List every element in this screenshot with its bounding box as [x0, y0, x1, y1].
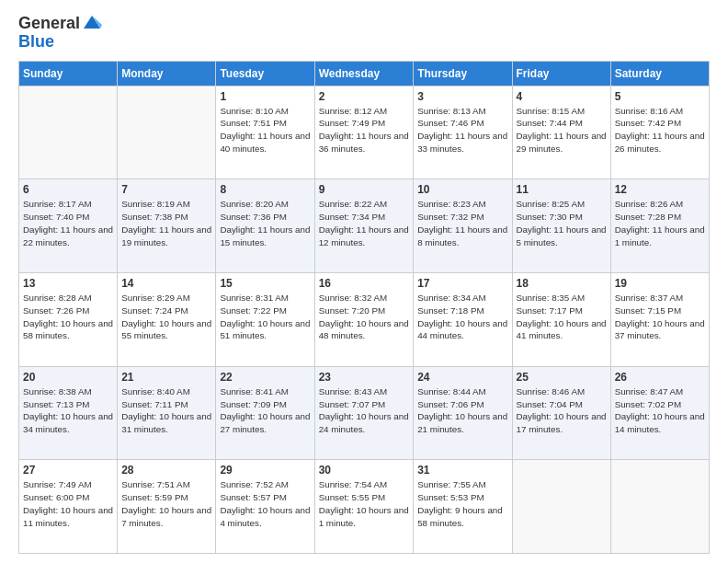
- weekday-header-sunday: Sunday: [19, 61, 118, 86]
- weekday-header-row: SundayMondayTuesdayWednesdayThursdayFrid…: [19, 61, 710, 86]
- day-number: 30: [319, 463, 410, 477]
- calendar-cell: [610, 460, 709, 554]
- calendar-cell: [19, 86, 118, 179]
- day-detail: Sunrise: 8:41 AMSunset: 7:09 PMDaylight:…: [220, 385, 310, 436]
- calendar-cell: 6Sunrise: 8:17 AMSunset: 7:40 PMDaylight…: [19, 179, 118, 273]
- day-detail: Sunrise: 8:29 AMSunset: 7:24 PMDaylight:…: [121, 292, 211, 342]
- day-detail: Sunrise: 8:38 AMSunset: 7:13 PMDaylight:…: [23, 385, 113, 436]
- calendar-cell: 27Sunrise: 7:49 AMSunset: 6:00 PMDayligh…: [19, 460, 118, 554]
- logo-blue-text: Blue: [18, 32, 54, 51]
- calendar-cell: 19Sunrise: 8:37 AMSunset: 7:15 PMDayligh…: [610, 272, 709, 366]
- day-number: 15: [220, 276, 310, 291]
- day-detail: Sunrise: 8:23 AMSunset: 7:32 PMDaylight:…: [417, 198, 507, 248]
- calendar-cell: 10Sunrise: 8:23 AMSunset: 7:32 PMDayligh…: [414, 179, 512, 273]
- day-detail: Sunrise: 7:51 AMSunset: 5:59 PMDaylight:…: [121, 478, 211, 529]
- day-number: 20: [23, 370, 113, 385]
- day-detail: Sunrise: 8:16 AMSunset: 7:42 PMDaylight:…: [615, 105, 705, 155]
- calendar-cell: [512, 460, 610, 554]
- calendar-week-2: 6Sunrise: 8:17 AMSunset: 7:40 PMDaylight…: [19, 179, 710, 273]
- logo-icon: [82, 12, 102, 32]
- day-number: 8: [220, 182, 310, 197]
- day-number: 24: [417, 370, 507, 385]
- calendar-cell: 17Sunrise: 8:34 AMSunset: 7:18 PMDayligh…: [414, 272, 512, 366]
- day-number: 21: [121, 370, 211, 385]
- calendar-week-1: 1Sunrise: 8:10 AMSunset: 7:51 PMDaylight…: [19, 86, 710, 179]
- calendar-cell: 26Sunrise: 8:47 AMSunset: 7:02 PMDayligh…: [610, 366, 709, 460]
- day-detail: Sunrise: 8:28 AMSunset: 7:26 PMDaylight:…: [23, 292, 113, 342]
- day-number: 5: [615, 89, 705, 104]
- calendar-cell: 14Sunrise: 8:29 AMSunset: 7:24 PMDayligh…: [118, 272, 216, 366]
- calendar-cell: 7Sunrise: 8:19 AMSunset: 7:38 PMDaylight…: [118, 179, 216, 273]
- day-detail: Sunrise: 8:44 AMSunset: 7:06 PMDaylight:…: [417, 385, 507, 436]
- day-number: 27: [23, 463, 113, 477]
- day-number: 19: [615, 276, 705, 291]
- calendar-cell: 2Sunrise: 8:12 AMSunset: 7:49 PMDaylight…: [314, 86, 414, 179]
- day-number: 6: [23, 182, 113, 197]
- calendar-cell: 22Sunrise: 8:41 AMSunset: 7:09 PMDayligh…: [216, 366, 314, 460]
- day-detail: Sunrise: 8:26 AMSunset: 7:28 PMDaylight:…: [615, 198, 705, 248]
- day-number: 10: [417, 182, 507, 197]
- weekday-header-tuesday: Tuesday: [216, 61, 314, 86]
- calendar-cell: 9Sunrise: 8:22 AMSunset: 7:34 PMDaylight…: [314, 179, 414, 273]
- day-detail: Sunrise: 8:47 AMSunset: 7:02 PMDaylight:…: [615, 385, 705, 436]
- day-number: 12: [615, 182, 705, 197]
- day-number: 28: [121, 463, 211, 477]
- day-detail: Sunrise: 8:12 AMSunset: 7:49 PMDaylight:…: [319, 105, 410, 155]
- day-number: 14: [121, 276, 211, 291]
- weekday-header-thursday: Thursday: [414, 61, 512, 86]
- calendar-cell: 3Sunrise: 8:13 AMSunset: 7:46 PMDaylight…: [414, 86, 512, 179]
- calendar-cell: 21Sunrise: 8:40 AMSunset: 7:11 PMDayligh…: [118, 366, 216, 460]
- day-number: 23: [319, 370, 410, 385]
- weekday-header-friday: Friday: [512, 61, 610, 86]
- day-detail: Sunrise: 8:20 AMSunset: 7:36 PMDaylight:…: [220, 198, 310, 248]
- day-number: 13: [23, 276, 113, 291]
- calendar-cell: 4Sunrise: 8:15 AMSunset: 7:44 PMDaylight…: [512, 86, 610, 179]
- day-detail: Sunrise: 8:34 AMSunset: 7:18 PMDaylight:…: [417, 292, 507, 342]
- day-detail: Sunrise: 8:43 AMSunset: 7:07 PMDaylight:…: [319, 385, 410, 436]
- day-number: 7: [121, 182, 211, 197]
- day-detail: Sunrise: 8:13 AMSunset: 7:46 PMDaylight:…: [417, 105, 507, 155]
- calendar-cell: 1Sunrise: 8:10 AMSunset: 7:51 PMDaylight…: [216, 86, 314, 179]
- calendar-cell: 25Sunrise: 8:46 AMSunset: 7:04 PMDayligh…: [512, 366, 610, 460]
- day-detail: Sunrise: 8:40 AMSunset: 7:11 PMDaylight:…: [121, 385, 211, 436]
- day-detail: Sunrise: 8:35 AMSunset: 7:17 PMDaylight:…: [517, 292, 607, 342]
- weekday-header-wednesday: Wednesday: [314, 61, 414, 86]
- calendar-cell: 11Sunrise: 8:25 AMSunset: 7:30 PMDayligh…: [512, 179, 610, 273]
- day-number: 18: [517, 276, 607, 291]
- calendar-cell: 16Sunrise: 8:32 AMSunset: 7:20 PMDayligh…: [314, 272, 414, 366]
- calendar-cell: 23Sunrise: 8:43 AMSunset: 7:07 PMDayligh…: [314, 366, 414, 460]
- day-detail: Sunrise: 8:32 AMSunset: 7:20 PMDaylight:…: [319, 292, 410, 342]
- day-number: 9: [319, 182, 410, 197]
- logo: General Blue: [18, 15, 102, 52]
- day-detail: Sunrise: 8:25 AMSunset: 7:30 PMDaylight:…: [517, 198, 607, 248]
- calendar-cell: 28Sunrise: 7:51 AMSunset: 5:59 PMDayligh…: [118, 460, 216, 554]
- day-number: 11: [517, 182, 607, 197]
- day-detail: Sunrise: 8:19 AMSunset: 7:38 PMDaylight:…: [121, 198, 211, 248]
- day-detail: Sunrise: 8:17 AMSunset: 7:40 PMDaylight:…: [23, 198, 113, 248]
- weekday-header-monday: Monday: [118, 61, 216, 86]
- calendar-cell: 18Sunrise: 8:35 AMSunset: 7:17 PMDayligh…: [512, 272, 610, 366]
- calendar-week-3: 13Sunrise: 8:28 AMSunset: 7:26 PMDayligh…: [19, 272, 710, 366]
- calendar-week-4: 20Sunrise: 8:38 AMSunset: 7:13 PMDayligh…: [19, 366, 710, 460]
- calendar-cell: 30Sunrise: 7:54 AMSunset: 5:55 PMDayligh…: [314, 460, 414, 554]
- day-detail: Sunrise: 7:55 AMSunset: 5:53 PMDaylight:…: [417, 478, 507, 529]
- day-number: 3: [417, 89, 507, 104]
- day-detail: Sunrise: 8:15 AMSunset: 7:44 PMDaylight:…: [517, 105, 607, 155]
- day-detail: Sunrise: 8:31 AMSunset: 7:22 PMDaylight:…: [220, 292, 310, 342]
- day-number: 22: [220, 370, 310, 385]
- day-detail: Sunrise: 8:10 AMSunset: 7:51 PMDaylight:…: [220, 105, 310, 155]
- weekday-header-saturday: Saturday: [610, 61, 709, 86]
- calendar-cell: 15Sunrise: 8:31 AMSunset: 7:22 PMDayligh…: [216, 272, 314, 366]
- day-detail: Sunrise: 8:22 AMSunset: 7:34 PMDaylight:…: [319, 198, 410, 248]
- day-number: 1: [220, 89, 310, 104]
- day-number: 25: [517, 370, 607, 385]
- calendar-cell: 31Sunrise: 7:55 AMSunset: 5:53 PMDayligh…: [414, 460, 512, 554]
- day-detail: Sunrise: 7:54 AMSunset: 5:55 PMDaylight:…: [319, 478, 410, 529]
- day-number: 29: [220, 463, 310, 477]
- day-number: 26: [615, 370, 705, 385]
- calendar-cell: [118, 86, 216, 179]
- day-number: 4: [517, 89, 607, 104]
- day-number: 17: [417, 276, 507, 291]
- calendar-cell: 13Sunrise: 8:28 AMSunset: 7:26 PMDayligh…: [19, 272, 118, 366]
- page-header: General Blue: [18, 15, 710, 52]
